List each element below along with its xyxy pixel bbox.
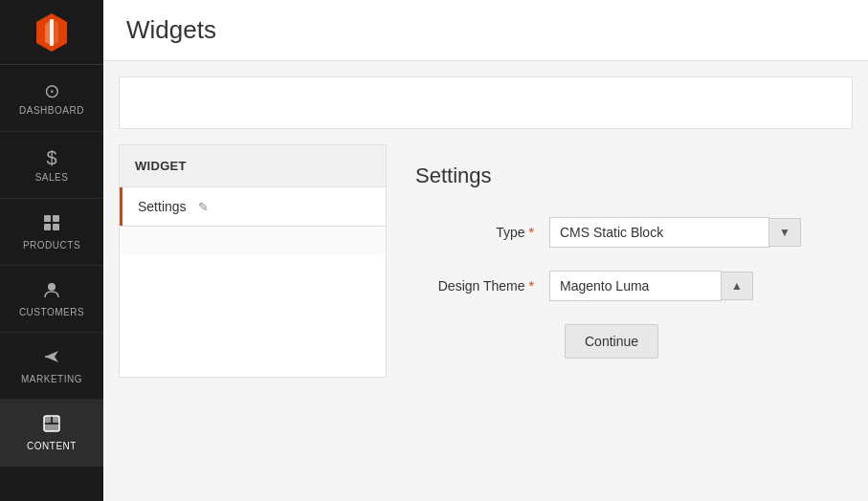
svg-rect-3: [50, 19, 54, 46]
sales-icon: $: [46, 148, 56, 167]
continue-button[interactable]: Continue: [565, 324, 658, 359]
toolbar-area: [119, 76, 853, 129]
sidebar-item-label: CONTENT: [27, 441, 77, 451]
svg-rect-12: [53, 416, 59, 423]
type-form-row: Type* CMS Static Block CMS Page Link CMS…: [415, 217, 824, 248]
type-select[interactable]: CMS Static Block CMS Page Link CMS Stati…: [549, 217, 769, 248]
sidebar-item-products[interactable]: PRODUCTS: [0, 199, 103, 266]
marketing-icon: [42, 347, 61, 369]
panel-settings-item[interactable]: Settings ✎: [120, 187, 386, 226]
sidebar-item-label: DASHBOARD: [19, 105, 84, 116]
design-theme-control-wrapper: Magento Luma Magento Blank ▲: [549, 271, 753, 301]
main-content: Widgets WIDGET Settings ✎ Settings Type*: [103, 0, 868, 501]
content-area: WIDGET Settings ✎ Settings Type* CMS Sta…: [119, 144, 853, 378]
type-dropdown-btn[interactable]: ▼: [769, 218, 801, 247]
required-star-2: *: [529, 278, 534, 294]
sidebar-item-dashboard[interactable]: ⊙ DASHBOARD: [0, 65, 103, 132]
page-title: Widgets: [126, 15, 845, 45]
sidebar-item-marketing[interactable]: MARKETING: [0, 333, 103, 400]
panel-header: WIDGET: [120, 145, 386, 187]
svg-rect-5: [53, 215, 59, 222]
type-control-wrapper: CMS Static Block CMS Page Link CMS Stati…: [549, 217, 801, 248]
dashboard-icon: ⊙: [44, 81, 60, 100]
settings-title: Settings: [415, 163, 824, 188]
sidebar-item-customers[interactable]: CUSTOMERS: [0, 266, 103, 333]
sidebar-item-label: CUSTOMERS: [19, 307, 84, 317]
sidebar-logo: [0, 0, 103, 65]
svg-rect-13: [44, 425, 59, 431]
svg-rect-11: [44, 416, 51, 423]
sidebar-item-label: MARKETING: [21, 374, 82, 384]
sidebar-item-sales[interactable]: $ SALES: [0, 132, 103, 199]
design-theme-form-row: Design Theme* Magento Luma Magento Blank…: [415, 271, 824, 301]
settings-panel: Settings Type* CMS Static Block CMS Page…: [387, 144, 853, 378]
design-theme-label: Design Theme*: [415, 278, 549, 294]
design-theme-select[interactable]: Magento Luma Magento Blank: [549, 271, 722, 301]
page-header: Widgets: [103, 0, 868, 61]
type-label: Type*: [415, 225, 549, 240]
svg-rect-4: [44, 215, 51, 222]
content-icon: [42, 414, 61, 436]
svg-rect-7: [53, 224, 59, 230]
svg-rect-6: [44, 224, 51, 230]
required-star: *: [529, 225, 534, 240]
continue-row: Continue: [415, 324, 824, 359]
svg-rect-9: [45, 356, 49, 358]
design-theme-dropdown-btn[interactable]: ▲: [722, 272, 753, 300]
svg-point-8: [48, 283, 56, 291]
sidebar-item-label: PRODUCTS: [23, 240, 80, 250]
edit-icon[interactable]: ✎: [198, 200, 209, 214]
settings-item-label: Settings: [138, 199, 187, 214]
products-icon: [42, 213, 61, 235]
panel-footer: [120, 226, 386, 254]
magento-logo-icon: [31, 11, 73, 54]
sidebar-item-content[interactable]: CONTENT: [0, 400, 103, 467]
left-panel: WIDGET Settings ✎: [119, 144, 387, 378]
sidebar-item-label: SALES: [35, 172, 69, 183]
sidebar: ⊙ DASHBOARD $ SALES PRODUCTS CUSTOMERS: [0, 0, 103, 501]
customers-icon: [42, 280, 61, 302]
